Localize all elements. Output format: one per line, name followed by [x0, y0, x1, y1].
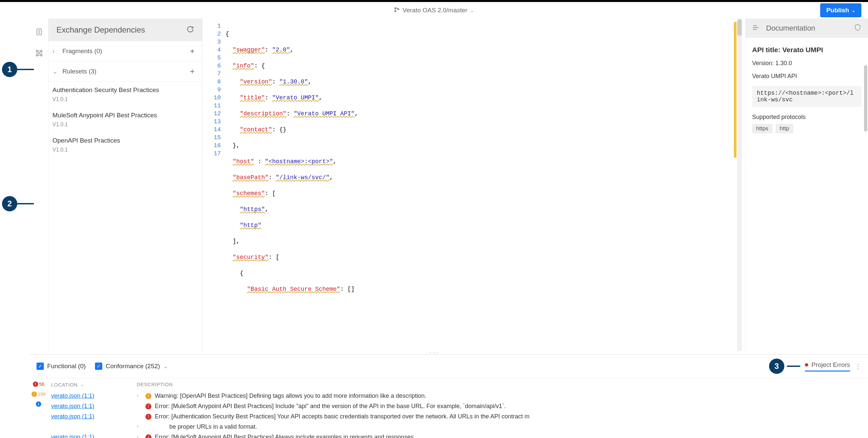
error-icon: ! [146, 414, 151, 420]
callout-1: 1 [2, 62, 17, 77]
problems-toolbar: ✓ Functional (0) ✓ Conformance (252) ⌄ 3… [30, 355, 868, 378]
error-icon: ! [146, 434, 151, 438]
expand-chevron-icon[interactable]: › [137, 434, 142, 438]
shield-icon[interactable] [854, 24, 861, 33]
section-fragments[interactable]: › Fragments (0) + [49, 41, 202, 61]
description-text: Warning: [OpenAPI Best Practices] Defini… [155, 392, 868, 400]
ruleset-version: V1.0.1 [53, 147, 198, 153]
refresh-icon[interactable] [187, 26, 194, 34]
section-label: Fragments (0) [62, 48, 102, 55]
ruleset-name: Authentication Security Best Practices [53, 86, 198, 94]
location-link[interactable]: verato.json (1:1) [51, 392, 94, 400]
expand-chevron-icon[interactable]: › [137, 424, 142, 429]
checkbox-checked-icon: ✓ [36, 362, 44, 370]
filter-conformance[interactable]: ✓ Conformance (252) ⌄ [95, 362, 168, 370]
errors-table: LOCATION ⌄ DESCRIPTION verato.json (1:1)… [47, 378, 868, 438]
panel-resize-handle[interactable]: • • • [0, 351, 868, 354]
doc-header: Documentation [745, 19, 868, 38]
section-label: Rulesets (3) [62, 68, 96, 75]
header-location[interactable]: LOCATION ⌄ [47, 381, 137, 387]
description-cell: !Error: [MuleSoft Anypoint API Best Prac… [137, 403, 868, 410]
warning-icon: ! [32, 391, 37, 397]
doc-body: API title: Verato UMPI Version: 1.30.0 V… [745, 38, 868, 141]
sidebar: Exchange Dependencies › Fragments (0) + … [49, 19, 202, 351]
project-errors-tab[interactable]: Project Errors [805, 361, 850, 372]
files-icon[interactable] [34, 27, 44, 36]
info-count[interactable]: i [36, 402, 41, 407]
api-title: API title: Verato UMPI [752, 46, 861, 54]
sidebar-header: Exchange Dependencies [49, 19, 202, 41]
branch-icon [394, 7, 400, 14]
branch-selector[interactable]: Verato OAS 2.0/master ⌄ [394, 7, 474, 14]
outline-icon[interactable] [752, 24, 760, 33]
callout-line-1 [17, 69, 34, 70]
svg-point-0 [395, 7, 396, 9]
chevron-down-icon: ⌄ [80, 381, 85, 387]
location-link[interactable]: verato.json (1:1) [51, 403, 94, 410]
warning-count[interactable]: !196 [32, 391, 45, 397]
callout-2: 2 [2, 196, 17, 211]
protocol-chip: http [776, 124, 793, 133]
ruleset-item[interactable]: Authentication Security Best Practices V… [49, 82, 202, 107]
api-description: Verato UMPI API [752, 73, 861, 80]
publish-label: Publish [826, 7, 849, 14]
section-rulesets[interactable]: ⌄ Rulesets (3) + [49, 61, 202, 82]
description-text: Error: [Authentication Security Best Pra… [155, 413, 868, 420]
error-icon: ! [146, 403, 151, 409]
more-menu-icon[interactable]: ⋮ [855, 362, 861, 370]
location-link[interactable]: verato.json (1:1) [51, 434, 94, 438]
tab-label: Project Errors [811, 361, 850, 369]
api-version: Version: 1.30.0 [752, 60, 861, 67]
svg-point-8 [41, 50, 42, 52]
table-row[interactable]: verato.json (1:1)›!Warning: [OpenAPI Bes… [47, 391, 868, 401]
error-counts: !56 !196 i [30, 378, 47, 438]
filter-label: Functional (0) [47, 362, 86, 370]
chevron-right-icon: › [53, 48, 58, 55]
ruleset-item[interactable]: MuleSoft Anypoint API Best Practices V1.… [49, 107, 202, 132]
filter-functional[interactable]: ✓ Functional (0) [36, 362, 86, 370]
publish-button[interactable]: Publish ⌄ [820, 3, 861, 17]
table-row[interactable]: verato.json (1:1)!Error: [Authentication… [47, 411, 868, 422]
table-row[interactable]: verato.json (1:1)›!Error: [MuleSoft Anyp… [47, 432, 868, 438]
description-text: Error: [MuleSoft Anypoint API Best Pract… [155, 403, 868, 410]
warning-highlight-bar [734, 22, 737, 157]
editor-scrollbar-thumb[interactable] [737, 19, 742, 36]
description-text: be proper URLs in a valid format. [155, 424, 868, 430]
protocols-label: Supported protocols [752, 114, 861, 121]
problems-panel: ✓ Functional (0) ✓ Conformance (252) ⌄ 3… [30, 354, 868, 438]
code-editor[interactable]: 1234567891011121314151617 { "swagger": "… [202, 19, 745, 351]
callout-line-3 [787, 366, 800, 367]
table-row[interactable]: ›be proper URLs in a valid format. [47, 422, 868, 432]
ruleset-version: V1.0.1 [53, 96, 198, 103]
description-cell: !Error: [Authentication Security Best Pr… [137, 413, 868, 420]
chevron-down-icon: ⌄ [470, 8, 474, 13]
code-content[interactable]: { "swagger": "2.0", "info": { "version":… [225, 19, 745, 351]
callout-line-2 [17, 203, 34, 204]
table-row[interactable]: verato.json (1:1)!Error: [MuleSoft Anypo… [47, 401, 868, 411]
endpoint-block: https://<hostname>:<port>/link-ws/svc [752, 86, 861, 107]
error-dot-icon [805, 363, 808, 367]
chevron-down-icon: ⌄ [53, 68, 58, 75]
add-fragment-button[interactable]: + [187, 47, 198, 56]
error-count[interactable]: !56 [33, 381, 44, 387]
branch-name: Verato OAS 2.0/master [402, 7, 467, 14]
expand-chevron-icon[interactable]: › [137, 392, 142, 399]
ruleset-item[interactable]: OpenAPI Best Practices V1.0.1 [49, 132, 202, 157]
errors-body: !56 !196 i LOCATION ⌄ DESCRIPTION verato… [30, 378, 868, 438]
doc-scrollbar-thumb[interactable] [864, 65, 867, 132]
location-link[interactable]: verato.json (1:1) [51, 413, 94, 420]
table-header: LOCATION ⌄ DESCRIPTION [47, 378, 868, 391]
add-ruleset-button[interactable]: + [187, 67, 198, 76]
left-rail [30, 19, 49, 351]
description-cell: ›!Warning: [OpenAPI Best Practices] Defi… [137, 392, 868, 400]
filter-label: Conformance (252) [105, 362, 160, 370]
svg-point-1 [395, 10, 396, 11]
dependencies-icon[interactable] [34, 49, 44, 58]
main-area: Exchange Dependencies › Fragments (0) + … [0, 19, 868, 351]
editor-scrollbar-track [737, 19, 742, 351]
ruleset-version: V1.0.1 [53, 122, 198, 127]
chevron-down-icon: ⌄ [163, 363, 168, 370]
checkbox-checked-icon: ✓ [95, 362, 102, 370]
warning-icon: ! [146, 393, 151, 399]
sidebar-title: Exchange Dependencies [57, 25, 145, 35]
